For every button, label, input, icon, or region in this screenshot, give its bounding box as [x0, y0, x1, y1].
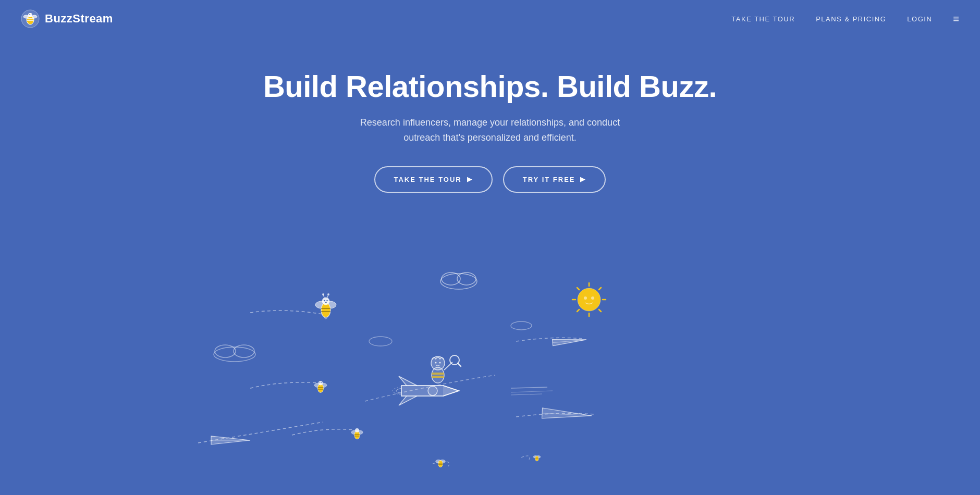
- illustration-svg: [0, 234, 980, 495]
- cloud-1: [440, 273, 477, 289]
- path-bee2: [250, 382, 321, 388]
- bee-2: [314, 381, 327, 392]
- hero-title: Build Relationships. Build Buzz.: [0, 69, 980, 104]
- svg-point-51: [431, 356, 445, 370]
- svg-point-7: [29, 14, 30, 15]
- svg-point-8: [31, 14, 32, 15]
- svg-point-28: [321, 382, 322, 383]
- svg-point-52: [435, 362, 437, 364]
- svg-point-75: [591, 296, 594, 300]
- path-bee1: [250, 311, 328, 315]
- svg-line-77: [511, 391, 553, 392]
- svg-point-19: [322, 293, 324, 295]
- sun: [572, 283, 606, 316]
- svg-point-41: [438, 460, 443, 467]
- nav-pricing-link[interactable]: PLANS & PRICING: [816, 15, 886, 23]
- hero-illustration: [0, 234, 980, 495]
- tour-button-label: TAKE THE TOUR: [394, 176, 462, 183]
- paper-plane-lower-right: [542, 408, 592, 421]
- cloud-small-right: [511, 321, 532, 330]
- tour-arrow-icon: ▶: [467, 176, 473, 183]
- logo[interactable]: BuzzStream: [21, 9, 113, 28]
- hero-section: Build Relationships. Build Buzz. Researc…: [0, 38, 980, 193]
- paper-plane-left: [211, 436, 250, 444]
- nav-links: TAKE THE TOUR PLANS & PRICING LOGIN ≡: [731, 13, 959, 25]
- bee-path-right-small: [521, 456, 530, 460]
- free-arrow-icon: ▶: [580, 176, 586, 183]
- svg-line-73: [599, 310, 601, 312]
- svg-line-78: [511, 394, 542, 395]
- svg-point-47: [428, 386, 437, 395]
- svg-point-62: [234, 345, 254, 357]
- logo-icon: [21, 9, 40, 28]
- svg-point-14: [322, 298, 329, 305]
- svg-point-4: [23, 15, 29, 18]
- svg-point-16: [326, 300, 327, 301]
- speed-lines: [511, 387, 553, 395]
- svg-line-70: [577, 288, 579, 290]
- hero-subtitle: Research influencers, manage your relati…: [344, 115, 636, 145]
- svg-point-15: [324, 300, 325, 301]
- hamburger-icon[interactable]: ≡: [953, 13, 959, 25]
- svg-point-37: [535, 456, 538, 461]
- svg-point-63: [369, 337, 392, 346]
- bee-1: [315, 293, 336, 319]
- cloud-small: [369, 337, 392, 346]
- svg-rect-49: [432, 373, 444, 375]
- svg-line-76: [511, 387, 547, 388]
- logo-text: BuzzStream: [45, 12, 113, 26]
- nav-tour-link[interactable]: TAKE THE TOUR: [731, 15, 795, 23]
- cloud-2: [214, 345, 255, 362]
- svg-point-5: [32, 15, 37, 18]
- svg-point-34: [355, 428, 359, 432]
- svg-rect-50: [432, 376, 444, 378]
- svg-point-65: [578, 288, 601, 311]
- svg-point-6: [28, 13, 32, 17]
- svg-point-20: [327, 293, 329, 295]
- bee-3: [351, 428, 363, 439]
- svg-point-53: [439, 362, 441, 364]
- path-bee3: [292, 429, 354, 435]
- svg-line-72: [577, 310, 579, 312]
- hero-buttons: TAKE THE TOUR ▶ TRY IT FREE ▶: [0, 166, 980, 193]
- svg-point-57: [440, 274, 477, 289]
- svg-line-71: [599, 288, 601, 290]
- svg-point-27: [320, 382, 320, 383]
- bee-lower-center: [436, 460, 446, 467]
- try-free-button[interactable]: TRY IT FREE ▶: [503, 166, 606, 193]
- bee-small-right: [533, 455, 541, 461]
- svg-point-64: [511, 321, 532, 330]
- navbar: BuzzStream TAKE THE TOUR PLANS & PRICING…: [0, 0, 980, 38]
- svg-point-61: [215, 345, 236, 357]
- svg-point-74: [584, 296, 587, 300]
- nav-login-link[interactable]: LOGIN: [907, 15, 932, 23]
- free-button-label: TRY IT FREE: [523, 176, 575, 183]
- svg-point-26: [318, 381, 323, 385]
- svg-line-56: [458, 363, 461, 366]
- rocket-with-person: [393, 355, 461, 405]
- take-tour-button[interactable]: TAKE THE TOUR ▶: [374, 166, 493, 193]
